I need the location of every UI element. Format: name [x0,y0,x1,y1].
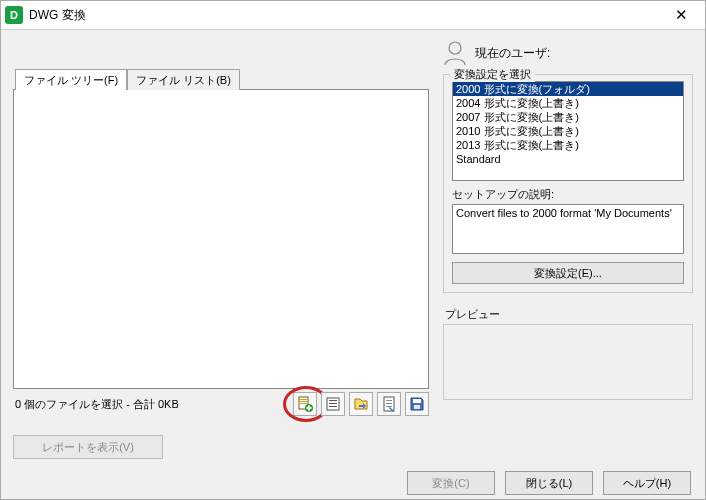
selection-status: 0 個のファイルを選択 - 合計 0KB [13,397,289,412]
tab-file-list[interactable]: ファイル リスト(B) [127,69,240,90]
add-file-icon [297,396,313,412]
close-icon[interactable]: ✕ [661,1,701,29]
svg-rect-13 [386,403,392,404]
svg-rect-16 [414,405,420,409]
left-column: ファイル ツリー(F) ファイル リスト(B) 0 個のファイルを選択 - 合計… [13,38,429,459]
close-button[interactable]: 閉じる(L) [505,471,593,495]
svg-rect-9 [329,403,337,404]
svg-rect-1 [300,399,307,400]
svg-rect-6 [307,407,312,409]
window-title: DWG 変換 [29,7,661,24]
help-button[interactable]: ヘルプ(H) [603,471,691,495]
current-user-label: 現在のユーザ: [475,45,550,62]
tab-file-tree[interactable]: ファイル ツリー(F) [15,69,127,90]
svg-rect-15 [413,399,421,403]
status-row: 0 個のファイルを選択 - 合計 0KB [13,391,429,417]
content-area: ファイル ツリー(F) ファイル リスト(B) 0 個のファイルを選択 - 合計… [1,30,705,471]
user-row: 現在のユーザ: [443,38,693,68]
file-list-panel[interactable] [13,89,429,389]
conversion-settings-list[interactable]: 2000 形式に変換(フォルダ)2004 形式に変換(上書き)2007 形式に変… [452,81,684,181]
titlebar: D DWG 変換 ✕ [1,1,705,30]
settings-list-item[interactable]: 2000 形式に変換(フォルダ) [453,82,683,96]
sheet-icon [381,396,397,412]
svg-rect-14 [386,406,392,407]
save-button[interactable] [405,392,429,416]
settings-list-item[interactable]: 2013 形式に変換(上書き) [453,138,683,152]
svg-rect-12 [386,400,392,401]
add-file-button[interactable] [293,392,317,416]
export-button[interactable] [349,392,373,416]
setup-description-label: セットアップの説明: [452,187,684,202]
setup-description: Convert files to 2000 format 'My Documen… [452,204,684,254]
svg-rect-8 [329,400,337,401]
settings-list-item[interactable]: 2007 形式に変換(上書き) [453,110,683,124]
convert-button[interactable]: 変換(C) [407,471,495,495]
list-icon [325,396,341,412]
sheet-button[interactable] [377,392,401,416]
svg-rect-10 [329,406,337,407]
list-button[interactable] [321,392,345,416]
settings-list-item[interactable]: Standard [453,152,683,166]
show-report-button[interactable]: レポートを表示(V) [13,435,163,459]
right-column: 現在のユーザ: 変換設定を選択 2000 形式に変換(フォルダ)2004 形式に… [443,38,693,459]
svg-rect-3 [300,403,307,404]
tabs-row: ファイル ツリー(F) ファイル リスト(B) [15,68,429,89]
save-icon [409,396,425,412]
svg-point-17 [449,42,461,54]
convert-settings-button[interactable]: 変換設定(E)... [452,262,684,284]
preview-area [443,324,693,400]
preview-label: プレビュー [445,307,693,322]
app-icon: D [5,6,23,24]
settings-group: 変換設定を選択 2000 形式に変換(フォルダ)2004 形式に変換(上書き)2… [443,74,693,293]
settings-list-item[interactable]: 2010 形式に変換(上書き) [453,124,683,138]
footer: 変換(C) 閉じる(L) ヘルプ(H) [1,471,705,500]
export-icon [353,396,369,412]
svg-rect-2 [300,401,307,402]
user-icon [443,40,467,66]
settings-list-item[interactable]: 2004 形式に変換(上書き) [453,96,683,110]
dwg-convert-dialog: D DWG 変換 ✕ ファイル ツリー(F) ファイル リスト(B) 0 個のフ… [0,0,706,500]
settings-group-title: 変換設定を選択 [450,67,535,82]
